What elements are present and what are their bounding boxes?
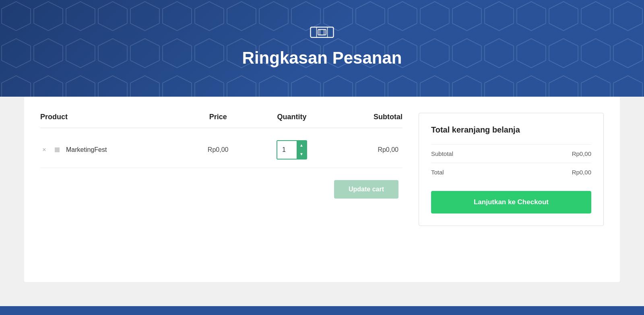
quantity-up-button[interactable]: ▲ — [297, 141, 306, 150]
summary-title: Total keranjang belanja — [431, 125, 591, 135]
quantity-input[interactable] — [277, 141, 297, 159]
cart-section: Product Price Quantity Subtotal × Market… — [40, 113, 402, 262]
product-name: MarketingFest — [66, 146, 107, 153]
main-content: Product Price Quantity Subtotal × Market… — [0, 97, 644, 306]
hero-header: Ringkasan Pesanan — [0, 0, 644, 105]
quantity-down-button[interactable]: ▼ — [297, 150, 306, 159]
subtotal-value: Rp0,00 — [572, 150, 591, 157]
checkout-button[interactable]: Lanjutkan ke Checkout — [431, 191, 591, 213]
col-product: Product — [40, 113, 181, 121]
content-card: Product Price Quantity Subtotal × Market… — [24, 97, 620, 282]
product-thumbnail — [55, 147, 60, 152]
col-subtotal: Subtotal — [329, 113, 402, 121]
product-cell: × MarketingFest — [40, 146, 181, 153]
table-row: × MarketingFest Rp0,00 ▲ ▼ — [40, 132, 402, 168]
price-cell: Rp0,00 — [181, 146, 255, 153]
update-cart-button[interactable]: Update cart — [334, 180, 398, 199]
page-title: Ringkasan Pesanan — [8, 48, 636, 68]
col-price: Price — [181, 113, 255, 121]
quantity-stepper[interactable]: ▲ ▼ — [277, 140, 307, 160]
summary-card: Total keranjang belanja Subtotal Rp0,00 … — [419, 113, 604, 226]
remove-button[interactable]: × — [40, 146, 48, 153]
col-quantity: Quantity — [255, 113, 328, 121]
cart-table-header: Product Price Quantity Subtotal — [40, 113, 402, 128]
quantity-cell: ▲ ▼ — [255, 140, 328, 160]
subtotal-row: Subtotal Rp0,00 — [431, 144, 591, 163]
quantity-arrows: ▲ ▼ — [297, 141, 306, 159]
update-cart-wrapper: Update cart — [40, 180, 402, 199]
total-value: Rp0,00 — [572, 169, 591, 176]
subtotal-cell: Rp0,00 — [329, 146, 402, 153]
subtotal-label: Subtotal — [431, 150, 453, 157]
total-label: Total — [431, 169, 444, 176]
total-row: Total Rp0,00 — [431, 163, 591, 181]
cart-table: Product Price Quantity Subtotal × Market… — [40, 113, 402, 199]
order-summary-section: Total keranjang belanja Subtotal Rp0,00 … — [419, 113, 604, 262]
